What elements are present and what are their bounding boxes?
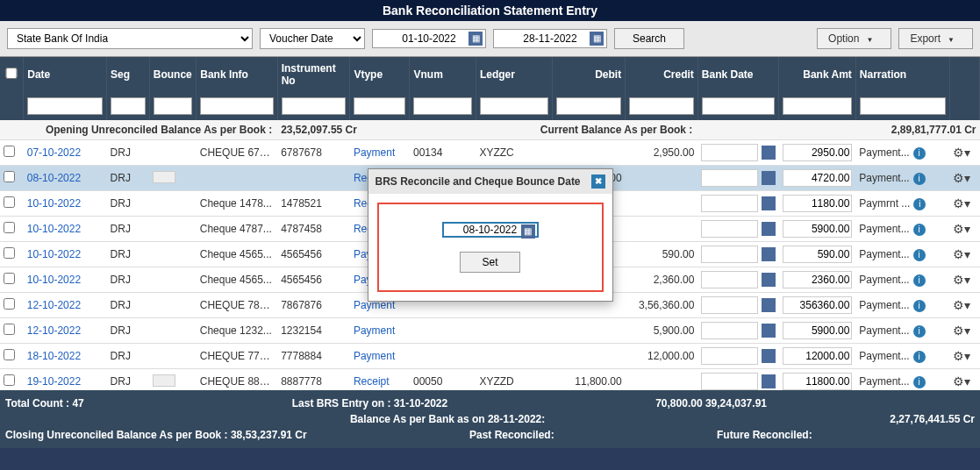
brs-date-modal: BRS Reconcile and Cheque Bounce Date ✖ ▦…: [368, 168, 613, 302]
calendar-icon[interactable]: ▦: [521, 224, 535, 239]
set-button[interactable]: Set: [460, 252, 519, 273]
modal-overlay: BRS Reconcile and Cheque Bounce Date ✖ ▦…: [0, 0, 980, 448]
close-icon[interactable]: ✖: [591, 174, 605, 189]
modal-title: BRS Reconcile and Cheque Bounce Date: [376, 175, 581, 188]
